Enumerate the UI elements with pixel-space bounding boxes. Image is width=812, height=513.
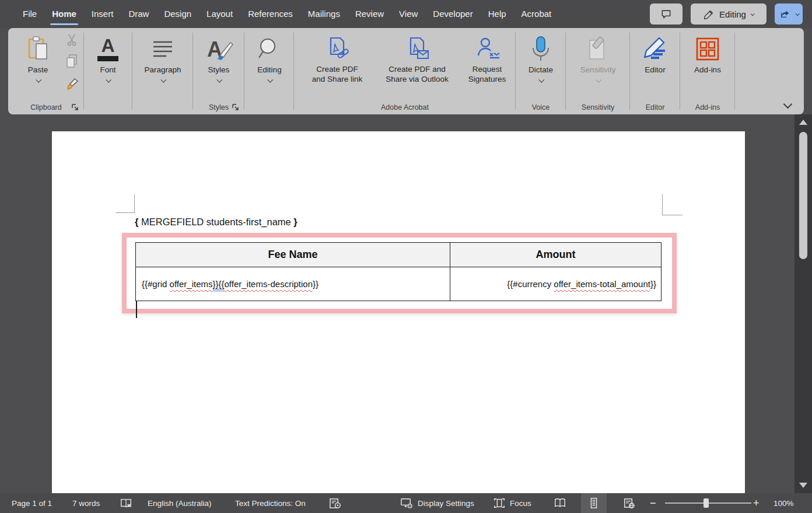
menu-tab-help[interactable]: Help: [481, 0, 514, 28]
zoom-out-button[interactable]: −: [650, 493, 656, 513]
fees-table[interactable]: Fee Name Amount {{#grid offer_items}}{{o…: [135, 242, 662, 301]
language-button[interactable]: English (Australia): [148, 493, 212, 513]
print-layout-icon: [587, 497, 600, 509]
create-pdf-share-outlook-button[interactable]: Create PDF and Share via Outlook: [376, 34, 459, 84]
styles-label: Styles: [208, 65, 230, 74]
cell-fee-description[interactable]: {{#grid offer_items}}{{offer_items-descr…: [136, 267, 450, 301]
vertical-scrollbar[interactable]: [794, 114, 812, 493]
mergefield-text[interactable]: { MERGEFIELD students-first_name }: [135, 217, 298, 228]
zoom-slider-track[interactable]: [665, 502, 751, 504]
find-icon: [257, 34, 282, 64]
zoom-level-button[interactable]: 100%: [774, 493, 794, 513]
web-layout-icon: [622, 497, 636, 510]
header-cell-fee-name[interactable]: Fee Name: [136, 243, 450, 267]
menu-tab-home[interactable]: Home: [44, 0, 84, 28]
menu-tab-review[interactable]: Review: [348, 0, 391, 28]
amount-template-pre: {{#currency: [507, 279, 554, 289]
menu-tab-acrobat[interactable]: Acrobat: [514, 0, 559, 28]
cut-button[interactable]: [65, 33, 79, 49]
editing-button[interactable]: Editing: [250, 34, 289, 82]
paste-button[interactable]: Paste: [18, 34, 58, 82]
styles-button[interactable]: A Styles: [200, 34, 238, 82]
font-button[interactable]: A Font: [89, 34, 127, 82]
proofing-errors-button[interactable]: [120, 493, 132, 513]
cell-amount-value[interactable]: {{#currency offer_items-total_amount}}: [450, 267, 662, 301]
share-button[interactable]: [775, 4, 803, 25]
paragraph-button[interactable]: Paragraph: [138, 34, 187, 82]
word-count[interactable]: 7 words: [72, 493, 100, 513]
editor-icon: [642, 34, 668, 64]
zoom-slider-handle[interactable]: [704, 498, 709, 508]
styles-dialog-launcher-icon[interactable]: [232, 103, 240, 111]
editing-label: Editing: [257, 65, 281, 74]
clipboard-dialog-launcher-icon[interactable]: [71, 103, 79, 111]
web-layout-view-button[interactable]: [616, 493, 642, 513]
addins-icon: [695, 34, 720, 64]
menu-tab-design[interactable]: Design: [156, 0, 199, 28]
collapse-ribbon-icon[interactable]: [783, 100, 793, 109]
ribbon-group-clipboard: Paste Clipboard: [8, 28, 84, 114]
chevron-down-icon: [596, 77, 601, 83]
editor-insights-icon: [328, 497, 342, 510]
menu-tab-view[interactable]: View: [391, 0, 425, 28]
sensitivity-button[interactable]: Sensitivity: [576, 34, 620, 82]
scroll-down-arrow-icon[interactable]: [799, 483, 807, 488]
read-mode-view-button[interactable]: [547, 493, 573, 513]
pdf-link-icon: [324, 34, 351, 64]
copy-button[interactable]: [65, 54, 79, 71]
create-pdf-share-link-button[interactable]: Create PDF and Share link: [302, 34, 372, 84]
mergefield-close-brace: }: [291, 217, 298, 227]
print-layout-view-button[interactable]: [581, 493, 607, 513]
fee-template-field2: offer_items-description: [225, 279, 313, 289]
request-signatures-icon: [474, 34, 501, 64]
menu-tab-insert[interactable]: Insert: [84, 0, 121, 28]
addins-label: Add-ins: [694, 65, 721, 74]
focus-button[interactable]: Focus: [493, 493, 531, 513]
fee-template-field1: offer_items: [170, 279, 213, 289]
document-page[interactable]: { MERGEFIELD students-first_name } Fee N…: [52, 131, 745, 493]
dictate-button[interactable]: Dictate: [522, 34, 559, 82]
focus-label: Focus: [510, 499, 531, 508]
ribbon-group-styles: A Styles Styles: [193, 28, 244, 114]
ribbon: Paste Clipboard A Font: [8, 28, 804, 114]
ribbon-group-paragraph: Paragraph: [132, 28, 193, 114]
chevron-down-icon: [216, 77, 222, 83]
chevron-down-icon: [751, 12, 755, 16]
text-predictions-button[interactable]: Text Predictions: On: [235, 493, 306, 513]
pdf-outlook-icon: [404, 34, 430, 64]
chevron-down-icon: [36, 77, 41, 83]
editor-button[interactable]: Editor: [638, 34, 672, 74]
display-settings-button[interactable]: Display Settings: [400, 493, 474, 513]
addins-group-label: Add-ins: [680, 103, 735, 111]
request-signatures-label-1: Request: [473, 64, 502, 74]
menu-bar: File Home Insert Draw Design Layout Refe…: [15, 0, 559, 28]
status-bar: Page 1 of 1 7 words English (Australia) …: [0, 493, 812, 513]
comments-button[interactable]: [650, 4, 682, 25]
request-signatures-button[interactable]: Request Signatures: [462, 34, 512, 84]
zoom-slider[interactable]: [665, 493, 751, 513]
menu-tab-draw[interactable]: Draw: [121, 0, 156, 28]
editing-mode-dropdown[interactable]: Editing: [691, 4, 766, 25]
addins-button[interactable]: Add-ins: [688, 34, 727, 74]
menu-tab-references[interactable]: References: [240, 0, 300, 28]
create-pdf-share-link-label-1: Create PDF: [316, 64, 358, 74]
ribbon-group-sensitivity: Sensitivity Sensitivity: [566, 28, 630, 114]
menu-tab-mailings[interactable]: Mailings: [300, 0, 348, 28]
scrollbar-thumb[interactable]: [799, 132, 807, 259]
text-predictions-label: Text Predictions: On: [235, 499, 306, 508]
text-cursor: [136, 301, 137, 318]
menu-tab-layout[interactable]: Layout: [199, 0, 240, 28]
zoom-in-button[interactable]: +: [753, 493, 760, 513]
scroll-up-arrow-icon[interactable]: [799, 120, 807, 125]
proofing-icon: [120, 497, 132, 509]
editor-insights-button[interactable]: [328, 493, 342, 513]
create-pdf-share-outlook-label-2: Share via Outlook: [386, 74, 448, 84]
format-painter-button[interactable]: [64, 76, 79, 93]
menu-tab-file[interactable]: File: [15, 0, 44, 28]
font-icon: A: [97, 34, 118, 64]
menu-tab-developer[interactable]: Developer: [425, 0, 480, 28]
chevron-down-icon: [160, 77, 166, 83]
page-count[interactable]: Page 1 of 1: [12, 493, 52, 513]
create-pdf-share-outlook-label-1: Create PDF and: [388, 64, 446, 74]
header-cell-amount[interactable]: Amount: [450, 243, 662, 267]
